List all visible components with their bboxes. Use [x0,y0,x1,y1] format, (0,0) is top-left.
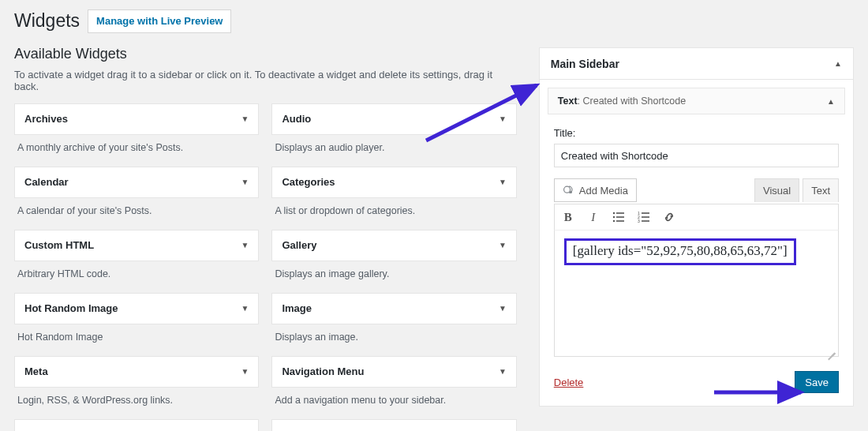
chevron-down-icon: ▼ [499,367,507,376]
italic-button[interactable]: I [586,210,600,224]
svg-rect-7 [616,220,624,222]
svg-point-4 [613,216,615,218]
svg-point-6 [613,220,615,222]
main-sidebar-area: Main Sidebar ▲ Text: Created with Shortc… [539,47,854,407]
widget-label: Custom HTML [24,239,94,251]
bullet-list-button[interactable] [612,210,626,224]
widget-description: Login, RSS, & WordPress.org links. [14,388,259,415]
svg-rect-3 [616,212,624,214]
svg-rect-13 [642,220,649,222]
widget-label: Image [282,302,312,314]
chevron-down-icon: ▼ [499,241,507,249]
manage-live-preview-button[interactable]: Manage with Live Preview [88,9,231,33]
widget-calendar[interactable]: Calendar ▼ [14,167,259,198]
widget-instance-toggle[interactable]: Text: Created with Shortcode ▲ [548,88,845,114]
svg-point-0 [563,186,570,193]
widget-meta[interactable]: Meta ▼ [14,356,259,388]
widget-label: Meta [24,365,48,377]
widget-image[interactable]: Image ▼ [271,293,516,324]
widget-label: Categories [282,176,335,188]
chevron-down-icon: ▼ [241,178,249,186]
available-widgets-heading: Available Widgets [14,46,517,62]
widget-label: Archives [24,113,68,125]
widget-description: A list or dropdown of categories. [271,198,516,226]
chevron-down-icon: ▼ [499,114,507,123]
widget-pages[interactable]: Pages ▼ [14,419,259,432]
widget-archives[interactable]: Archives ▼ [14,103,259,135]
shortcode-text: [gallery ids="52,92,75,80,88,65,63,72"] [564,238,796,265]
tab-text[interactable]: Text [803,178,839,202]
widget-instance-type: Text [558,96,578,107]
widget-description: Displays an image gallery. [271,261,516,289]
svg-rect-9 [642,212,649,214]
widget-label: Hot Random Image [24,302,118,314]
widget-label: Gallery [282,239,316,251]
widget-description: Displays an image. [271,324,516,352]
media-icon [563,184,575,197]
chevron-down-icon: ▼ [241,241,249,249]
widget-label: Calendar [24,176,69,188]
svg-point-2 [613,212,615,214]
chevron-down-icon: ▼ [499,304,507,313]
save-button[interactable]: Save [795,371,839,393]
chevron-down-icon: ▼ [241,367,249,376]
title-field-label: Title: [554,127,839,139]
chevron-down-icon: ▼ [241,304,249,313]
widget-description: Arbitrary HTML code. [14,261,259,289]
svg-text:3: 3 [638,219,640,223]
widget-instance-title: Created with Shortcode [583,96,687,107]
widget-label: Navigation Menu [282,365,364,377]
widget-description: Hot Random Image [14,324,259,352]
page-title: Widgets [14,10,80,32]
widget-audio[interactable]: Audio ▼ [271,103,516,135]
bold-button[interactable]: B [561,210,575,224]
svg-point-1 [570,191,572,193]
delete-link[interactable]: Delete [554,377,584,388]
widget-recent-comments[interactable]: Recent Comments ▼ [271,419,516,432]
add-media-label: Add Media [579,185,628,197]
resize-handle-icon[interactable] [826,344,836,354]
available-widgets-help: To activate a widget drag it to a sideba… [14,69,517,92]
widget-categories[interactable]: Categories ▼ [271,167,516,198]
widget-description: Add a navigation menu to your sidebar. [271,388,516,415]
chevron-down-icon: ▼ [241,114,249,123]
content-editor[interactable]: [gallery ids="52,92,75,80,88,65,63,72"] [554,230,839,357]
widget-label: Audio [282,113,311,125]
sidebar-area-title: Main Sidebar [551,58,619,70]
widget-description: A calendar of your site's Posts. [14,198,259,226]
numbered-list-button[interactable]: 123 [637,210,651,224]
chevron-up-icon: ▲ [827,97,835,106]
link-button[interactable] [662,210,676,224]
widget-description: Displays an audio player. [271,135,516,163]
svg-rect-5 [616,216,624,218]
title-input[interactable] [554,144,839,167]
add-media-button[interactable]: Add Media [554,178,637,202]
editor-toolbar: B I 123 [554,204,839,230]
widget-description: A monthly archive of your site's Posts. [14,135,259,163]
chevron-up-icon: ▲ [834,59,842,68]
chevron-down-icon: ▼ [499,178,507,186]
sidebar-area-toggle[interactable]: Main Sidebar ▲ [540,48,853,80]
widget-hot-random-image[interactable]: Hot Random Image ▼ [14,293,259,324]
tab-visual[interactable]: Visual [754,178,799,202]
widget-navigation-menu[interactable]: Navigation Menu ▼ [271,356,516,388]
svg-rect-11 [642,216,649,218]
widget-gallery[interactable]: Gallery ▼ [271,230,516,261]
widget-custom-html[interactable]: Custom HTML ▼ [14,230,259,261]
